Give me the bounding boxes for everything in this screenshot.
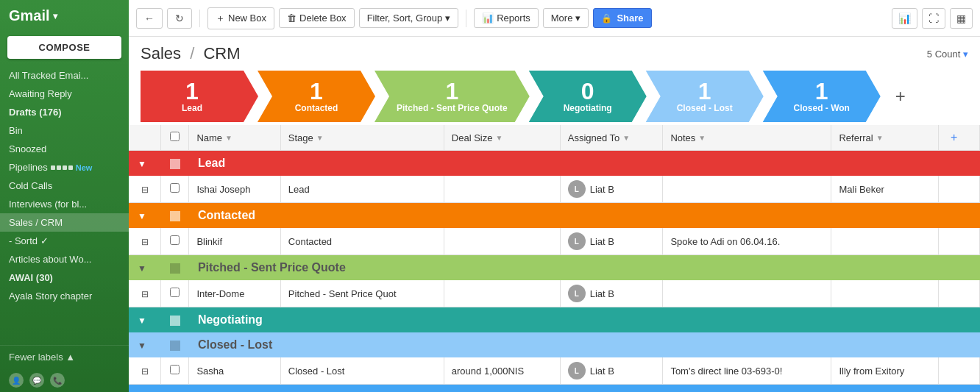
row-checkbox[interactable] [170,183,180,193]
grid-view-button[interactable]: ▦ [950,8,973,29]
sidebar-item-interviews[interactable]: Interviews (for bl... [0,195,129,213]
sidebar-item-cold-calls[interactable]: Cold Calls [0,177,129,195]
assigned-name: Liat B [590,236,614,247]
col-deal-size: Deal Size▼ [444,125,560,151]
breadcrumb-separator: / [190,44,194,63]
col-deal-size-sort[interactable]: ▼ [495,134,503,142]
cell-name: Blinkif [189,228,280,255]
stage-count-contacted: 1 [310,79,323,103]
group-toggle[interactable]: ▼ [138,159,146,169]
group-toggle[interactable]: ▼ [138,211,146,221]
group-toggle[interactable]: ▼ [138,341,146,351]
col-stage-sort[interactable]: ▼ [316,134,324,142]
stage-name-contacted: Contacted [295,103,338,113]
sidebar-item-sales-crm[interactable]: Sales / CRM [0,213,129,232]
group-header-lead: ▼ Lead [129,151,980,177]
col-referral-sort[interactable]: ▼ [876,134,884,142]
toolbar-sep-2 [466,10,466,27]
cell-extra [938,228,979,255]
row-expand-icon[interactable]: ⊟ [141,237,149,247]
sidebar-item-all-tracked[interactable]: All Tracked Emai... [0,66,129,85]
phone-icon[interactable]: 💬 [29,373,44,388]
new-box-icon: ＋ [216,12,225,25]
table-body: ▼ Lead ⊟ Ishai Joseph Lead L Liat B Mali… [129,151,980,393]
row-checkbox[interactable] [170,288,180,297]
cell-stage: Pitched - Sent Price Quot [280,280,444,307]
stage-lead[interactable]: 1Lead [141,71,258,122]
content-area: Sales / CRM 5 Count ▾ 1Lead1Contacted1Pi… [129,37,980,392]
new-box-button[interactable]: ＋ New Box [207,7,274,29]
row-checkbox[interactable] [170,235,180,245]
sidebar-item-ayala[interactable]: Ayala Story chapter [0,287,129,305]
col-notes-sort[interactable]: ▼ [698,134,706,142]
more-button[interactable]: More ▾ [543,8,589,28]
sidebar-item-sortd[interactable]: - Sortd ✓ [0,232,129,250]
group-color-cell [161,385,189,393]
delete-box-button[interactable]: 🗑 Delete Box [279,8,355,28]
stage-name-closed_won: Closed - Won [793,103,849,113]
reports-label: Reports [497,13,530,24]
group-toggle[interactable]: ▼ [138,263,146,274]
stage-name-lead: Lead [182,103,202,113]
cell-assigned-to: L Liat B [560,280,663,307]
call-icon[interactable]: 📞 [50,373,65,388]
refresh-button[interactable]: ↻ [167,8,192,29]
chart-view-button[interactable]: 📊 [892,8,917,29]
sidebar-item-drafts[interactable]: Drafts (176) [0,103,129,121]
sidebar-item-snoozed[interactable]: Snoozed [0,140,129,158]
breadcrumb-part2: CRM [203,44,240,63]
group-toggle[interactable]: ▼ [138,316,146,326]
page-title-row: Sales / CRM 5 Count ▾ [129,37,980,71]
stage-name-closed_lost: Closed - Lost [677,103,733,113]
avatar: L [568,180,586,198]
crm-data-table: Name▼ Stage▼ Deal Size▼ Assigned To▼ Not… [129,125,980,392]
stage-closed_won[interactable]: 1Closed - Won [763,71,881,122]
compose-button[interactable]: COMPOSE [7,36,121,59]
fewer-labels-button[interactable]: Fewer labels ▲ [0,345,129,368]
stage-negotiating[interactable]: 0Negotiating [529,71,647,122]
row-checkbox[interactable] [170,365,180,374]
row-expand-icon[interactable]: ⊟ [141,185,149,195]
group-header-closed---lost: ▼ Closed - Lost [129,332,980,357]
reports-button[interactable]: 📊 Reports [474,8,539,28]
count-dropdown[interactable]: ▾ [963,49,968,60]
group-header-pitched---sent-price-quote: ▼ Pitched - Sent Price Quote [129,255,980,281]
select-all-checkbox[interactable] [170,132,180,141]
cell-notes [663,280,831,307]
share-button[interactable]: 🔒 Share [593,8,651,28]
back-button[interactable]: ← [136,8,163,29]
row-expand-icon[interactable]: ⊟ [141,366,149,377]
group-toggle-cell: ▼ [129,332,161,357]
sidebar-footer-icons: 👤 💬 📞 [0,368,129,392]
sidebar-item-bin[interactable]: Bin [0,121,129,140]
row-expand-icon[interactable]: ⊟ [141,289,149,299]
sidebar-item-awaiting-reply[interactable]: Awaiting Reply [0,85,129,103]
filter-sort-group-button[interactable]: Filter, Sort, Group ▾ [359,8,459,28]
col-name-sort[interactable]: ▼ [225,134,232,142]
cell-stage: Lead [280,176,444,203]
group-name-cell: Closed - Won [189,385,980,393]
sidebar-item-articles[interactable]: Articles about Wo... [0,250,129,268]
cell-deal-size [444,228,560,255]
group-toggle-cell: ▼ [129,151,161,177]
group-color-cell [161,332,189,357]
app-dropdown-icon[interactable]: ▾ [53,11,57,21]
new-box-label: New Box [228,13,266,24]
col-assigned-sort[interactable]: ▼ [622,134,630,142]
cell-extra [938,357,979,385]
contacts-icon[interactable]: 👤 [9,373,24,388]
app-name: Gmail [9,7,50,24]
add-column-button[interactable]: + [946,131,962,144]
cell-extra [938,176,979,203]
sidebar-item-awai[interactable]: AWAI (30) [0,268,129,287]
group-header-closed---won: ▼ Closed - Won [129,385,980,393]
delete-box-label: Delete Box [299,13,347,24]
col-referral: Referral▼ [831,125,938,151]
expand-button[interactable]: ⛶ [922,8,945,29]
stage-contacted[interactable]: 1Contacted [258,71,375,122]
stage-pitched[interactable]: 1Pitched - Sent Price Quote [374,71,530,122]
add-stage-button[interactable]: + [886,71,915,122]
sidebar-pipelines-header[interactable]: Pipelines New [0,158,129,177]
stage-closed_lost[interactable]: 1Closed - Lost [646,71,764,122]
more-label: More [551,13,573,24]
